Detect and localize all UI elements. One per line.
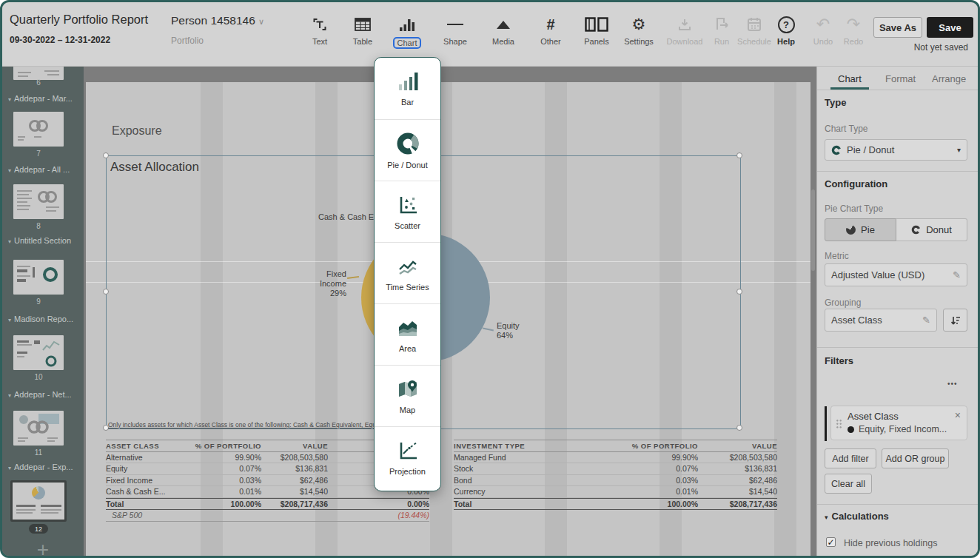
report-page: Exposure Asset Allocation Cash & Cash Eq…	[86, 82, 810, 558]
report-date-range[interactable]: 09-30-2022 – 12-31-2022	[10, 35, 110, 45]
tab-format[interactable]: Format	[885, 73, 916, 84]
table-row: Managed Fund99.90%$208,503,580	[454, 452, 777, 464]
line-chart-mini-icon	[41, 338, 61, 353]
pie-icon	[846, 225, 856, 235]
resize-handle[interactable]	[103, 289, 109, 295]
page-thumbnails-sidebar: 6 ▾Addepar - Mar... 7 ▾Addepar - All ...…	[2, 66, 84, 558]
section-header[interactable]: ▾Addepar - Net...	[8, 390, 82, 399]
tool-download: Download	[664, 16, 705, 46]
section-heading-type: Type	[825, 97, 846, 108]
tab-arrange[interactable]: Arrange	[932, 73, 966, 84]
page-number-badge: 12	[29, 524, 48, 534]
tool-chart[interactable]: Chart	[386, 16, 428, 49]
clear-all-button[interactable]: Clear all	[825, 474, 872, 494]
page-thumbnail[interactable]	[13, 260, 64, 295]
tool-shape[interactable]: Shape	[434, 16, 476, 46]
entity-selector[interactable]: Person 1458146 ∨	[171, 14, 264, 27]
hash-icon: #	[546, 16, 554, 33]
column-header[interactable]: INVESTMENT TYPE	[454, 442, 587, 450]
menu-item-time-series[interactable]: Time Series	[375, 243, 440, 304]
area-icon	[397, 317, 419, 339]
section-header[interactable]: ▾Addepar - All ...	[8, 165, 82, 174]
sort-descending-icon	[950, 315, 961, 326]
resize-handle[interactable]	[103, 152, 109, 158]
page-thumbnail[interactable]	[13, 335, 64, 370]
tool-text[interactable]: Text	[299, 16, 340, 46]
checkbox-hide-previous-holdings[interactable]: ✓	[826, 537, 836, 547]
pie-mini-icon	[32, 486, 45, 500]
save-as-button[interactable]: Save As	[873, 17, 922, 38]
link-logo-icon	[27, 119, 50, 132]
add-page-button[interactable]: +	[2, 539, 84, 558]
resize-handle[interactable]	[736, 425, 742, 431]
edit-pencil-icon[interactable]: ✎	[922, 315, 930, 326]
metric-field[interactable]: Adjusted Value (USD) ✎	[825, 263, 967, 286]
add-filter-button[interactable]: Add filter	[825, 448, 876, 468]
section-header[interactable]: ▾Addepar - Exp...	[8, 463, 82, 471]
save-button[interactable]: Save	[927, 17, 973, 38]
tool-help[interactable]: ? Help	[765, 16, 807, 46]
column-header[interactable]: % OF PORTFOLIO	[587, 442, 698, 450]
section-header[interactable]: ▾Untitled Section	[8, 236, 82, 245]
resize-handle[interactable]	[736, 289, 742, 295]
download-icon	[677, 16, 693, 33]
chevron-down-icon: ▾	[8, 238, 11, 245]
tab-chart[interactable]: Chart	[838, 73, 862, 84]
page-thumbnail[interactable]	[13, 184, 64, 219]
tool-panels[interactable]: Panels	[576, 16, 617, 46]
resize-handle[interactable]	[736, 152, 742, 158]
page-number: 9	[2, 298, 75, 306]
filter-chip[interactable]: Asset Class × Equity, Fixed Incom...	[830, 406, 967, 440]
menu-item-projection[interactable]: Projection	[375, 427, 440, 488]
section-heading-configuration: Configuration	[825, 178, 887, 189]
menu-item-map[interactable]: Map	[375, 366, 440, 427]
chart-type-dropdown[interactable]: Pie / Donut ▾	[825, 139, 967, 161]
section-heading-calculations[interactable]: ▾Calculations	[825, 511, 889, 522]
bar-chart-icon	[399, 16, 415, 33]
column-header[interactable]: VALUE	[261, 442, 328, 450]
section-header[interactable]: ▾Addepar - Mar...	[8, 94, 82, 103]
donut-mini-icon	[44, 354, 58, 368]
tool-settings[interactable]: ⚙ Settings	[618, 16, 660, 46]
add-or-group-button[interactable]: Add OR group	[882, 448, 949, 468]
page-thumbnail-selected[interactable]	[10, 480, 67, 522]
sort-button[interactable]	[943, 309, 967, 332]
table-total-row: Total100.00%$208,717,4360.00%	[106, 498, 429, 511]
filters-menu-button[interactable]: •••	[947, 380, 958, 388]
tool-other[interactable]: # Other	[530, 16, 571, 46]
edit-pencil-icon[interactable]: ✎	[953, 269, 961, 280]
page-title: Exposure	[112, 124, 162, 138]
canvas-scrollbar[interactable]	[811, 189, 815, 271]
line-shape-icon	[447, 16, 463, 33]
pie-chart-type-segmented: Pie Donut	[825, 218, 967, 241]
time-series-icon	[397, 255, 419, 278]
menu-item-pie-donut[interactable]: Pie / Donut	[375, 120, 440, 181]
column-header[interactable]: VALUE	[698, 442, 777, 450]
segment-donut[interactable]: Donut	[896, 218, 967, 241]
map-icon	[396, 378, 420, 400]
segment-pie[interactable]: Pie	[825, 218, 896, 241]
report-title: Quarterly Portfolio Report	[10, 13, 148, 27]
table-row: Currency0.01%$14,540	[454, 486, 777, 498]
close-icon[interactable]: ×	[955, 409, 961, 421]
donut-icon	[911, 225, 921, 235]
drag-handle-icon[interactable]	[836, 419, 842, 428]
pie-label-equity: Equity 64%	[497, 321, 520, 340]
column-header[interactable]: ASSET CLASS	[106, 442, 187, 450]
page-thumbnail[interactable]	[13, 112, 64, 147]
save-status: Not yet saved	[914, 42, 968, 53]
page-thumbnail[interactable]	[13, 411, 64, 446]
column-header[interactable]: % OF PORTFOLIO	[187, 442, 261, 450]
menu-item-bar[interactable]: Bar	[375, 58, 440, 119]
menu-item-area[interactable]: Area	[375, 304, 440, 366]
section-header[interactable]: ▾Madison Repo...	[8, 315, 82, 323]
chart-type-label: Chart Type	[825, 124, 867, 134]
undo-icon: ↶	[816, 16, 830, 33]
tool-media[interactable]: Media	[483, 16, 524, 46]
entity-type-label: Portfolio	[171, 36, 204, 46]
chevron-down-icon: ▾	[8, 465, 11, 471]
panels-icon	[585, 16, 608, 33]
tool-table[interactable]: Table	[342, 16, 383, 46]
grouping-field[interactable]: Asset Class ✎	[825, 309, 937, 332]
menu-item-scatter[interactable]: Scatter	[375, 181, 440, 243]
